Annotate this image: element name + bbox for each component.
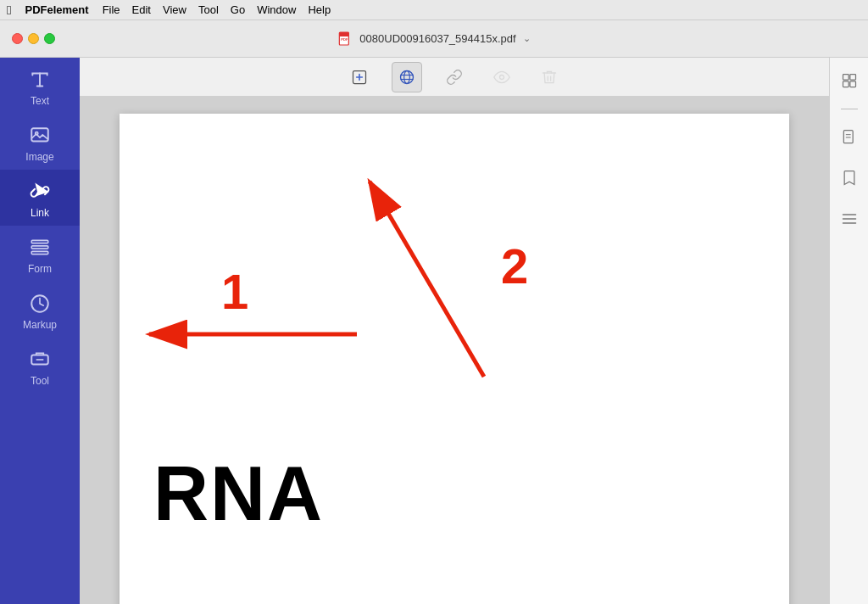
sidebar-item-form[interactable]: Form <box>0 226 80 282</box>
pdf-file-icon: PDF <box>337 31 353 47</box>
svg-rect-23 <box>843 75 849 81</box>
link-icon <box>28 180 52 204</box>
svg-rect-8 <box>31 251 48 254</box>
svg-point-17 <box>500 75 504 79</box>
chain-link-button[interactable] <box>439 62 470 92</box>
svg-text:1: 1 <box>221 264 248 319</box>
svg-rect-6 <box>31 240 48 243</box>
svg-rect-26 <box>849 81 855 87</box>
svg-point-13 <box>401 70 414 83</box>
svg-rect-3 <box>31 128 48 141</box>
sidebar-tool-label: Tool <box>31 375 49 387</box>
svg-text:PDF: PDF <box>341 37 348 42</box>
text-icon <box>28 68 52 92</box>
sidebar: Text Image Lin <box>0 58 80 604</box>
sidebar-form-label: Form <box>28 263 52 275</box>
menu-view[interactable]: View <box>163 3 186 16</box>
delete-button[interactable] <box>534 62 565 92</box>
pdf-content-area: RNA 1 2 <box>80 97 829 604</box>
sidebar-item-image[interactable]: Image <box>0 114 80 170</box>
svg-line-21 <box>370 182 484 377</box>
web-link-button[interactable] <box>392 62 422 92</box>
eye-button[interactable] <box>487 62 517 92</box>
app-name: PDFelement <box>25 3 88 16</box>
content-wrapper: RNA 1 2 <box>80 58 829 604</box>
pdf-rna-text: RNA <box>153 450 324 538</box>
sidebar-item-tool[interactable]: Tool <box>0 338 80 394</box>
sidebar-text-label: Text <box>31 95 49 107</box>
apple-logo-icon[interactable]:  <box>7 3 11 17</box>
markup-icon <box>28 292 52 316</box>
sidebar-link-label: Link <box>31 207 49 219</box>
svg-text:2: 2 <box>501 238 528 294</box>
menu-help[interactable]: Help <box>308 3 331 16</box>
pdf-page: RNA 1 2 <box>120 114 789 604</box>
menu-tool[interactable]: Tool <box>198 3 219 16</box>
maximize-button[interactable] <box>44 33 55 44</box>
image-icon <box>28 124 52 148</box>
svg-rect-1 <box>339 32 348 36</box>
toolbar <box>80 58 829 97</box>
add-link-button[interactable] <box>344 62 375 92</box>
svg-rect-24 <box>849 75 855 81</box>
menu-file[interactable]: File <box>103 3 120 16</box>
menu-bar:  PDFelement File Edit View Tool Go Wind… <box>0 0 868 20</box>
svg-point-14 <box>404 70 410 83</box>
sidebar-item-markup[interactable]: Markup <box>0 282 80 338</box>
close-button[interactable] <box>12 33 23 44</box>
traffic-lights <box>0 33 55 44</box>
sidebar-item-text[interactable]: Text <box>0 58 80 114</box>
svg-rect-25 <box>843 81 849 87</box>
tool-icon <box>28 348 52 372</box>
sidebar-markup-label: Markup <box>23 319 57 331</box>
minimize-button[interactable] <box>28 33 39 44</box>
main-container: Text Image Lin <box>0 58 868 604</box>
menu-go[interactable]: Go <box>231 3 245 16</box>
form-icon <box>28 236 52 260</box>
bookmark-button[interactable] <box>837 165 862 191</box>
sidebar-image-label: Image <box>25 151 53 163</box>
right-divider-1 <box>841 109 858 109</box>
menu-lines-button[interactable] <box>837 206 862 232</box>
filename: 0080UD00916037_594415x.pdf <box>359 32 515 45</box>
title-bar: PDF 0080UD00916037_594415x.pdf ⌄ <box>0 20 868 58</box>
menu-window[interactable]: Window <box>257 3 296 16</box>
sidebar-item-link[interactable]: Link <box>0 170 80 226</box>
title-center: PDF 0080UD00916037_594415x.pdf ⌄ <box>337 31 530 47</box>
title-dropdown-icon[interactable]: ⌄ <box>523 33 531 44</box>
right-panel <box>829 58 868 604</box>
page-view-button[interactable] <box>837 125 862 150</box>
menu-edit[interactable]: Edit <box>132 3 151 16</box>
svg-rect-7 <box>31 246 48 249</box>
grid-view-button[interactable] <box>837 68 862 93</box>
svg-rect-27 <box>843 131 853 143</box>
